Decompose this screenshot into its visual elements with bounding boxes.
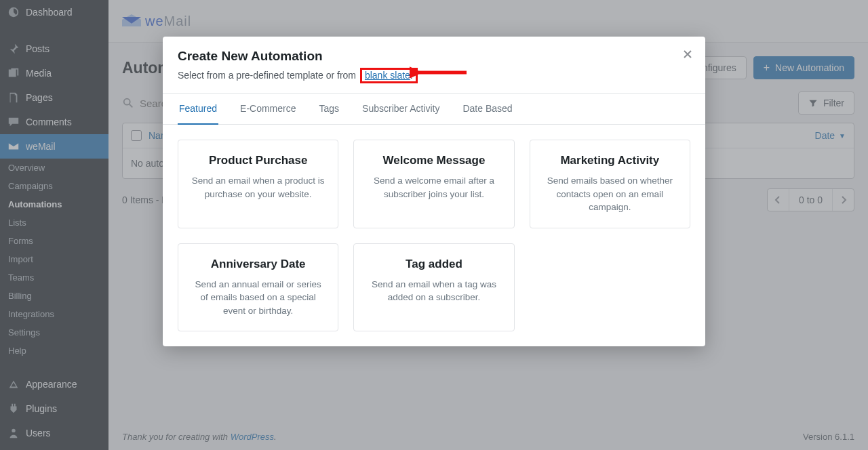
- card-marketing-activity[interactable]: Marketing Activity Send emails based on …: [530, 140, 690, 228]
- close-icon: [683, 49, 692, 59]
- tab-date-based[interactable]: Date Based: [461, 94, 513, 124]
- card-tag-added[interactable]: Tag added Send an email when a tag was a…: [353, 243, 514, 332]
- modal-close-button[interactable]: [679, 46, 696, 62]
- blank-slate-highlight: blank slate.: [360, 68, 418, 83]
- card-welcome-message[interactable]: Welcome Message Send a welcome email aft…: [353, 140, 514, 228]
- card-product-purchase[interactable]: Product Purchase Send an email when a pr…: [178, 140, 338, 228]
- tab-featured[interactable]: Featured: [178, 94, 218, 125]
- modal-tabs: Featured E-Commerce Tags Subscriber Acti…: [163, 94, 705, 125]
- modal-subtitle: Select from a pre-defined template or fr…: [178, 68, 690, 83]
- template-cards: Product Purchase Send an email when a pr…: [163, 125, 705, 346]
- tab-tags[interactable]: Tags: [318, 94, 341, 124]
- create-automation-modal: Create New Automation Select from a pre-…: [163, 37, 705, 346]
- modal-title: Create New Automation: [178, 49, 690, 64]
- tab-subscriber-activity[interactable]: Subscriber Activity: [361, 94, 441, 124]
- blank-slate-link[interactable]: blank slate: [365, 70, 410, 81]
- tab-ecommerce[interactable]: E-Commerce: [239, 94, 297, 124]
- card-anniversary-date[interactable]: Anniversary Date Send an annual email or…: [178, 243, 338, 332]
